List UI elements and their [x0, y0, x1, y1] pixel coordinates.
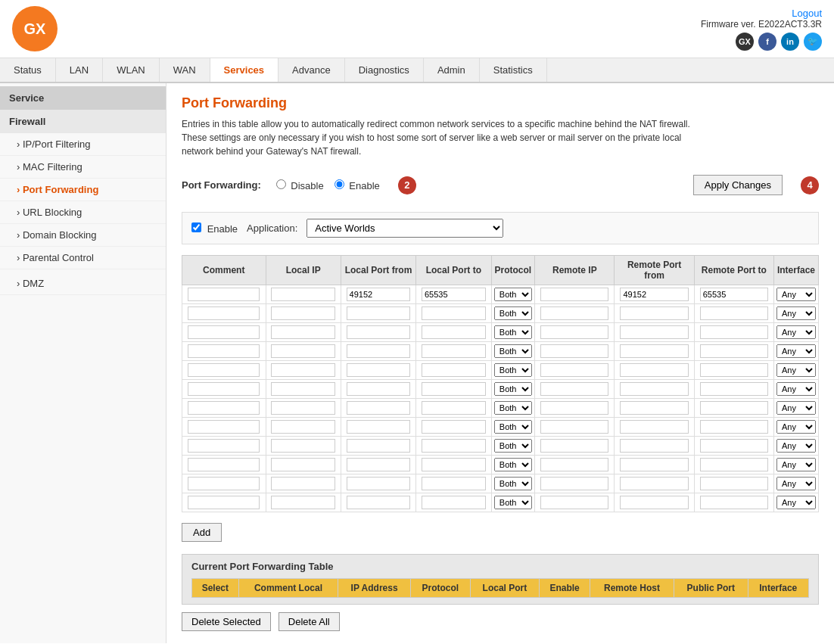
- interface-select-9[interactable]: AnyWANLAN: [776, 458, 816, 471]
- local-port-from-input-7[interactable]: [347, 420, 411, 434]
- local-port-from-input-1[interactable]: [347, 306, 411, 320]
- local-port-to-input-6[interactable]: [422, 401, 486, 415]
- local-port-from-input-5[interactable]: [347, 382, 411, 396]
- local-port-from-input-0[interactable]: [347, 288, 411, 301]
- comment-input-1[interactable]: [188, 306, 260, 320]
- interface-select-3[interactable]: AnyWANLAN: [776, 344, 816, 358]
- sidebar-item-dmz[interactable]: DMZ: [0, 272, 166, 295]
- remote-port-from-input-9[interactable]: [620, 458, 688, 471]
- remote-ip-input-8[interactable]: [540, 439, 608, 453]
- sidebar-item-ip-port-filtering[interactable]: IP/Port Filtering: [0, 133, 166, 156]
- comment-input-0[interactable]: [188, 288, 260, 301]
- remote-ip-input-4[interactable]: [540, 363, 608, 377]
- nav-lan[interactable]: LAN: [56, 58, 103, 82]
- logout-link[interactable]: Logout: [792, 8, 822, 19]
- disable-radio[interactable]: [276, 179, 286, 189]
- local-port-to-input-1[interactable]: [422, 306, 486, 320]
- local-ip-input-5[interactable]: [271, 382, 335, 396]
- local-port-to-input-11[interactable]: [422, 496, 486, 509]
- local-port-from-input-11[interactable]: [347, 496, 411, 509]
- local-port-from-input-2[interactable]: [347, 325, 411, 339]
- sidebar-item-url-blocking[interactable]: URL Blocking: [0, 201, 166, 224]
- nav-services[interactable]: Services: [210, 58, 279, 82]
- remote-port-to-input-3[interactable]: [700, 344, 768, 358]
- remote-ip-input-7[interactable]: [540, 420, 608, 434]
- remote-port-from-input-0[interactable]: [620, 288, 688, 301]
- local-port-to-input-0[interactable]: [422, 288, 486, 301]
- remote-port-to-input-5[interactable]: [700, 382, 768, 396]
- comment-input-2[interactable]: [188, 325, 260, 339]
- remote-port-to-input-9[interactable]: [700, 458, 768, 471]
- local-port-to-input-8[interactable]: [422, 439, 486, 453]
- remote-port-from-input-1[interactable]: [620, 306, 688, 320]
- remote-port-from-input-3[interactable]: [620, 344, 688, 358]
- local-ip-input-6[interactable]: [271, 401, 335, 415]
- local-ip-input-10[interactable]: [271, 477, 335, 490]
- protocol-select-8[interactable]: BothTCPUDP: [494, 439, 532, 453]
- remote-ip-input-5[interactable]: [540, 382, 608, 396]
- twitter-icon[interactable]: 🐦: [804, 33, 822, 51]
- local-port-from-input-4[interactable]: [347, 363, 411, 377]
- apply-changes-button[interactable]: Apply Changes: [693, 175, 783, 195]
- interface-select-8[interactable]: AnyWANLAN: [776, 439, 816, 453]
- protocol-select-9[interactable]: BothTCPUDP: [494, 458, 532, 471]
- enable-radio[interactable]: [335, 179, 344, 189]
- local-port-from-input-8[interactable]: [347, 439, 411, 453]
- protocol-select-0[interactable]: BothTCPUDP: [494, 288, 532, 301]
- remote-port-from-input-4[interactable]: [620, 363, 688, 377]
- enable-radio-label[interactable]: Enable: [335, 179, 380, 191]
- comment-input-5[interactable]: [188, 382, 260, 396]
- remote-port-to-input-6[interactable]: [700, 401, 768, 415]
- interface-select-10[interactable]: AnyWANLAN: [776, 477, 816, 490]
- remote-port-from-input-2[interactable]: [620, 325, 688, 339]
- local-port-to-input-10[interactable]: [422, 477, 486, 490]
- nav-advance[interactable]: Advance: [279, 58, 345, 82]
- interface-select-6[interactable]: AnyWANLAN: [776, 401, 816, 415]
- remote-port-to-input-8[interactable]: [700, 439, 768, 453]
- interface-select-0[interactable]: AnyWANLAN: [776, 288, 816, 301]
- disable-radio-label[interactable]: Disable: [276, 179, 324, 191]
- local-port-from-input-9[interactable]: [347, 458, 411, 471]
- comment-input-10[interactable]: [188, 477, 260, 490]
- nav-wan[interactable]: WAN: [160, 58, 210, 82]
- delete-selected-button[interactable]: Delete Selected: [182, 612, 271, 631]
- remote-port-from-input-10[interactable]: [620, 477, 688, 490]
- local-ip-input-3[interactable]: [271, 344, 335, 358]
- local-ip-input-4[interactable]: [271, 363, 335, 377]
- application-select[interactable]: Active Worlds FTP HTTP HTTPS DNS SMTP PO…: [307, 219, 503, 238]
- protocol-select-11[interactable]: BothTCPUDP: [494, 496, 532, 509]
- remote-ip-input-11[interactable]: [540, 496, 608, 509]
- delete-all-button[interactable]: Delete All: [279, 612, 340, 631]
- sidebar-item-parental-control[interactable]: Parental Control: [0, 247, 166, 269]
- protocol-select-2[interactable]: BothTCPUDP: [494, 325, 532, 339]
- interface-select-11[interactable]: AnyWANLAN: [776, 496, 816, 509]
- local-ip-input-9[interactable]: [271, 458, 335, 471]
- linkedin-icon[interactable]: in: [781, 33, 799, 51]
- comment-input-7[interactable]: [188, 420, 260, 434]
- nav-diagnostics[interactable]: Diagnostics: [345, 58, 424, 82]
- protocol-select-3[interactable]: BothTCPUDP: [494, 344, 532, 358]
- nav-wlan[interactable]: WLAN: [103, 58, 160, 82]
- local-ip-input-11[interactable]: [271, 496, 335, 509]
- local-ip-input-1[interactable]: [271, 306, 335, 320]
- protocol-select-4[interactable]: BothTCPUDP: [494, 363, 532, 377]
- remote-ip-input-10[interactable]: [540, 477, 608, 490]
- local-port-from-input-3[interactable]: [347, 344, 411, 358]
- interface-select-2[interactable]: AnyWANLAN: [776, 325, 816, 339]
- remote-port-to-input-4[interactable]: [700, 363, 768, 377]
- remote-port-to-input-2[interactable]: [700, 325, 768, 339]
- protocol-select-10[interactable]: BothTCPUDP: [494, 477, 532, 490]
- facebook-icon[interactable]: f: [758, 33, 776, 51]
- remote-ip-input-6[interactable]: [540, 401, 608, 415]
- sidebar-item-port-forwarding[interactable]: Port Forwarding: [0, 179, 166, 201]
- comment-input-8[interactable]: [188, 439, 260, 453]
- interface-select-5[interactable]: AnyWANLAN: [776, 382, 816, 396]
- local-port-to-input-9[interactable]: [422, 458, 486, 471]
- interface-select-4[interactable]: AnyWANLAN: [776, 363, 816, 377]
- local-port-from-input-10[interactable]: [347, 477, 411, 490]
- remote-port-to-input-7[interactable]: [700, 420, 768, 434]
- protocol-select-5[interactable]: BothTCPUDP: [494, 382, 532, 396]
- remote-port-to-input-0[interactable]: [700, 288, 768, 301]
- local-ip-input-0[interactable]: [271, 288, 335, 301]
- remote-port-to-input-1[interactable]: [700, 306, 768, 320]
